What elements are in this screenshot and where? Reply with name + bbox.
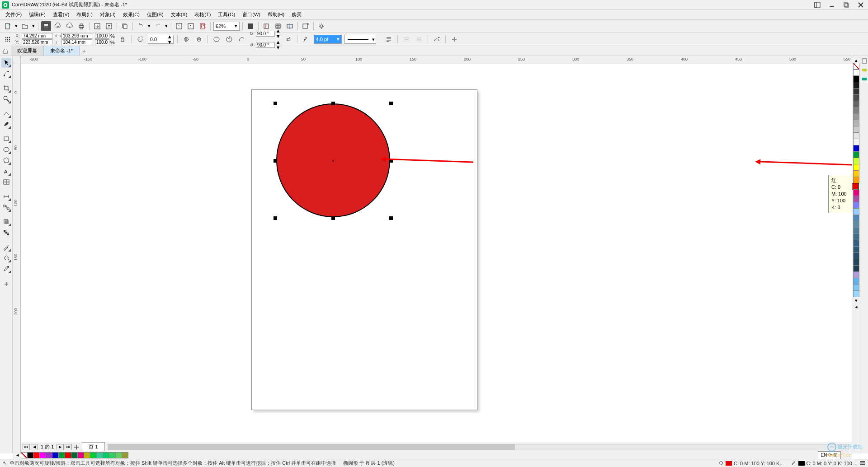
- color-swatch[interactable]: [853, 240, 859, 247]
- convert-curves-button[interactable]: [432, 34, 442, 44]
- rotation-input[interactable]: ▲▼: [148, 35, 174, 44]
- selection-handle[interactable]: [331, 216, 335, 220]
- artistic-media-tool[interactable]: [1, 119, 11, 129]
- redo-button[interactable]: [153, 21, 163, 31]
- horizontal-scrollbar[interactable]: [108, 444, 849, 450]
- front-of-layer-button[interactable]: [401, 34, 411, 44]
- color-swatch[interactable]: [853, 139, 859, 145]
- crop-tool[interactable]: [1, 83, 11, 93]
- menu-table[interactable]: 表格(T): [192, 10, 213, 19]
- menu-help[interactable]: 帮助(H): [265, 10, 287, 19]
- dimension-tool[interactable]: [1, 191, 11, 201]
- menu-buy[interactable]: 购买: [289, 10, 304, 19]
- selection-handle[interactable]: [274, 102, 277, 105]
- selection-center[interactable]: ×: [331, 159, 335, 163]
- color-swatch[interactable]: [78, 452, 84, 458]
- color-swatch[interactable]: [853, 126, 859, 133]
- shape-tool[interactable]: [1, 69, 11, 79]
- tab-welcome[interactable]: 欢迎屏幕: [11, 46, 44, 56]
- undo-dropdown-icon[interactable]: ▾: [147, 21, 151, 31]
- ellipse-tool-icon[interactable]: [212, 34, 222, 44]
- cloud-upload-button[interactable]: [53, 21, 63, 31]
- maximize-button[interactable]: [841, 1, 852, 9]
- expand-toolbox-button[interactable]: [1, 279, 11, 289]
- color-swatch[interactable]: [853, 202, 859, 209]
- new-button[interactable]: [3, 21, 13, 31]
- color-swatch[interactable]: [52, 452, 59, 458]
- menu-bitmap[interactable]: 位图(B): [144, 10, 166, 19]
- zoom-value[interactable]: [214, 23, 233, 29]
- last-page-button[interactable]: ⏭: [65, 444, 72, 450]
- save-button[interactable]: [41, 21, 51, 31]
- color-swatch[interactable]: [853, 215, 859, 221]
- color-swatch[interactable]: [853, 228, 859, 234]
- zoom-tool[interactable]: [1, 94, 11, 104]
- connector-tool[interactable]: [1, 202, 11, 212]
- outline-tool[interactable]: [1, 264, 11, 274]
- color-swatch[interactable]: [853, 158, 859, 164]
- ruler-vertical[interactable]: 0 50 100 150 200: [13, 64, 21, 453]
- color-swatch[interactable]: [65, 452, 71, 458]
- page-tab[interactable]: 页 1: [82, 442, 104, 452]
- menu-window[interactable]: 窗口(W): [240, 10, 263, 19]
- mirror-h-button[interactable]: [181, 34, 191, 44]
- selection-handle[interactable]: [274, 159, 277, 163]
- menu-effects[interactable]: 效果(C): [120, 10, 142, 19]
- no-color-swatch[interactable]: [21, 452, 27, 458]
- export-image-button[interactable]: [186, 21, 196, 31]
- menu-object[interactable]: 对象(J): [97, 10, 118, 19]
- home-icon[interactable]: [0, 48, 11, 54]
- import-image-button[interactable]: [174, 21, 184, 31]
- color-swatch[interactable]: [853, 259, 859, 266]
- color-swatch[interactable]: [853, 278, 859, 285]
- outline-swatch[interactable]: [798, 461, 805, 466]
- polygon-tool[interactable]: [1, 155, 11, 165]
- color-swatch[interactable]: [853, 164, 859, 171]
- copy-button[interactable]: [120, 21, 130, 31]
- first-page-button[interactable]: ⏮: [23, 444, 30, 450]
- h-input[interactable]: [61, 39, 92, 45]
- color-swatch[interactable]: [97, 452, 103, 458]
- swap-direction-button[interactable]: [283, 34, 293, 44]
- ellipse-tool[interactable]: [1, 145, 11, 154]
- outline-width-input[interactable]: ▾: [314, 35, 342, 44]
- origin-grid-icon[interactable]: [3, 34, 13, 44]
- layout-icon[interactable]: [812, 1, 823, 9]
- transparency-tool[interactable]: [1, 228, 11, 238]
- color-swatch[interactable]: [33, 452, 40, 458]
- color-swatch[interactable]: [109, 452, 116, 458]
- color-swatch[interactable]: [853, 120, 859, 126]
- color-swatch[interactable]: [853, 190, 859, 196]
- pie-tool-icon[interactable]: [224, 34, 234, 44]
- color-swatch[interactable]: [853, 82, 859, 89]
- options-button[interactable]: [316, 21, 326, 31]
- color-swatch[interactable]: [853, 177, 859, 183]
- text-tool[interactable]: A: [1, 166, 11, 176]
- canvas[interactable]: × 红 C: 0 M: 100 Y: 100 K: 0: [21, 64, 852, 453]
- color-swatch[interactable]: [853, 285, 859, 291]
- undo-button[interactable]: [136, 21, 146, 31]
- open-button[interactable]: [20, 21, 30, 31]
- menu-edit[interactable]: 编辑(E): [26, 10, 48, 19]
- color-swatch[interactable]: [853, 253, 859, 259]
- selection-handle[interactable]: [389, 216, 393, 220]
- menu-layout[interactable]: 布局(L): [74, 10, 95, 19]
- spinner-up-icon[interactable]: ▲: [167, 34, 172, 39]
- fill-tool[interactable]: [1, 253, 11, 263]
- add-tab-button[interactable]: +: [80, 47, 89, 55]
- color-swatch[interactable]: [84, 452, 90, 458]
- arc-tool-icon[interactable]: [237, 34, 247, 44]
- color-swatch[interactable]: [853, 291, 859, 297]
- color-swatch[interactable]: [853, 171, 859, 177]
- x-input[interactable]: [22, 33, 52, 39]
- scale-h-input[interactable]: [95, 39, 109, 45]
- redo-dropdown-icon[interactable]: ▾: [165, 21, 168, 31]
- color-swatch[interactable]: [853, 196, 859, 202]
- cloud-download-button[interactable]: [65, 21, 75, 31]
- palette-expand-icon[interactable]: ◂: [853, 304, 859, 310]
- prev-page-button[interactable]: ◀: [31, 444, 38, 450]
- horizontal-scroll-thumb[interactable]: [108, 444, 515, 450]
- back-of-layer-button[interactable]: [414, 34, 424, 44]
- import-button[interactable]: [92, 21, 102, 31]
- zoom-dropdown-icon[interactable]: ▾: [233, 23, 239, 29]
